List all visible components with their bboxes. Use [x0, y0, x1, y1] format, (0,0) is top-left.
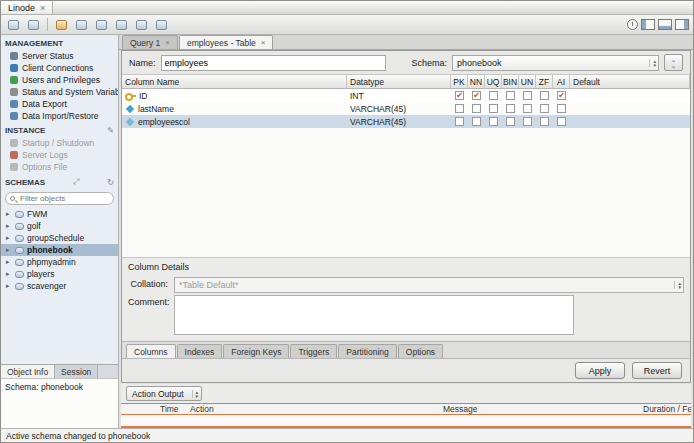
schema-tree-item-fwm[interactable]: ▸ FWM [1, 208, 118, 220]
header-pk[interactable]: PK [451, 75, 468, 88]
schemas-expand-icon[interactable]: ⤢ [73, 177, 79, 187]
sidebar-item-startup-shutdown[interactable]: Startup / Shutdown [1, 137, 118, 149]
sidebar-item-options-file[interactable]: Options File [1, 161, 118, 173]
revert-button[interactable]: Revert [632, 362, 682, 379]
expand-arrow-icon[interactable]: ▸ [6, 282, 12, 290]
collation-select[interactable]: *Table Default* ▴▾ [174, 277, 684, 293]
header-ai[interactable]: AI [553, 75, 570, 88]
bin-checkbox[interactable] [506, 117, 515, 126]
new-query-tab-button[interactable] [5, 17, 22, 32]
refresh-schemas-icon[interactable]: ↻ [107, 178, 114, 187]
close-icon[interactable]: × [40, 3, 45, 13]
tab-options[interactable]: Options [398, 344, 443, 358]
header-nn[interactable]: NN [468, 75, 485, 88]
schema-tree-item-groupschedule[interactable]: ▸ groupSchedule [1, 232, 118, 244]
expand-arrow-icon[interactable]: ▸ [6, 246, 12, 254]
output-header-message[interactable]: Message [440, 404, 640, 414]
close-icon[interactable]: × [165, 38, 170, 47]
ai-checkbox[interactable] [557, 104, 566, 113]
output-type-select[interactable]: Action Output ▴▾ [126, 386, 202, 401]
tab-columns[interactable]: Columns [126, 344, 176, 358]
create-table-button[interactable] [73, 17, 90, 32]
pk-checkbox[interactable] [455, 117, 464, 126]
uq-checkbox[interactable] [489, 117, 498, 126]
bin-checkbox[interactable] [506, 104, 515, 113]
header-default[interactable]: Default [570, 75, 690, 88]
grid-empty-area[interactable] [122, 128, 690, 257]
un-checkbox[interactable] [523, 91, 532, 100]
sidebar-item-server-status[interactable]: Server Status [1, 50, 118, 62]
schema-tree-item-scavenger[interactable]: ▸ scavenger [1, 280, 118, 292]
table-row-selected[interactable]: employeescol VARCHAR(45) [122, 115, 690, 128]
tab-foreign-keys[interactable]: Foreign Keys [223, 344, 289, 358]
sidebar-item-data-import[interactable]: Data Import/Restore [1, 110, 118, 122]
toggle-output-panel-button[interactable] [658, 19, 672, 30]
schema-tree-item-phpmyadmin[interactable]: ▸ phpmyadmin [1, 256, 118, 268]
tab-object-info[interactable]: Object Info [1, 365, 55, 378]
output-empty-area[interactable] [121, 415, 691, 426]
close-icon[interactable]: × [261, 38, 266, 47]
toggle-left-sidebar-button[interactable] [641, 19, 655, 30]
table-row[interactable]: ID INT [122, 89, 690, 102]
tab-session[interactable]: Session [55, 365, 98, 378]
sidebar-item-server-logs[interactable]: Server Logs [1, 149, 118, 161]
pk-checkbox[interactable] [455, 104, 464, 113]
comment-textarea[interactable] [174, 295, 574, 335]
un-checkbox[interactable] [523, 104, 532, 113]
sidebar-item-users-privileges[interactable]: Users and Privileges [1, 74, 118, 86]
header-uq[interactable]: UQ [485, 75, 502, 88]
tab-partitioning[interactable]: Partitioning [338, 344, 397, 358]
pk-checkbox[interactable] [455, 91, 464, 100]
ai-checkbox[interactable] [557, 91, 566, 100]
tab-indexes[interactable]: Indexes [177, 344, 223, 358]
nn-checkbox[interactable] [472, 91, 481, 100]
nn-checkbox[interactable] [472, 104, 481, 113]
expand-arrow-icon[interactable]: ▸ [6, 270, 12, 278]
un-checkbox[interactable] [523, 117, 532, 126]
header-datatype[interactable]: Datatype [347, 75, 451, 88]
tab-query-1[interactable]: Query 1 × [122, 35, 178, 49]
expand-arrow-icon[interactable]: ▸ [6, 234, 12, 242]
expand-arrow-icon[interactable]: ▸ [6, 258, 12, 266]
sidebar-item-status-variables[interactable]: Status and System Variables [1, 86, 118, 98]
open-sql-script-button[interactable] [25, 17, 42, 32]
table-row[interactable]: lastName VARCHAR(45) [122, 102, 690, 115]
connection-tab[interactable]: Linode × [1, 1, 53, 14]
table-name-input[interactable] [161, 55, 387, 71]
apply-button[interactable]: Apply [575, 362, 625, 379]
reconnect-server-button[interactable] [153, 17, 170, 32]
create-view-button[interactable] [93, 17, 110, 32]
schema-tree-item-golf[interactable]: ▸ golf [1, 220, 118, 232]
tab-triggers[interactable]: Triggers [290, 344, 337, 358]
output-header-duration[interactable]: Duration / Fetch [640, 404, 691, 414]
tab-employees-table[interactable]: employees - Table × [179, 35, 274, 49]
table-form-row: Name: Schema: phonebook ▴▾ ⌄ ⌄ [122, 51, 690, 75]
zf-checkbox[interactable] [540, 117, 549, 126]
search-data-button[interactable] [133, 17, 150, 32]
schema-select[interactable]: phonebook ▴▾ [452, 55, 659, 71]
schema-tree-item-phonebook[interactable]: ▸ phonebook [1, 244, 118, 256]
uq-checkbox[interactable] [489, 104, 498, 113]
schema-filter-input[interactable] [18, 193, 109, 204]
expand-arrow-icon[interactable]: ▸ [6, 222, 12, 230]
zf-checkbox[interactable] [540, 104, 549, 113]
ai-checkbox[interactable] [557, 117, 566, 126]
nn-checkbox[interactable] [472, 117, 481, 126]
toggle-right-sidebar-button[interactable] [675, 19, 689, 30]
header-un[interactable]: UN [519, 75, 536, 88]
bin-checkbox[interactable] [506, 91, 515, 100]
sidebar-item-data-export[interactable]: Data Export [1, 98, 118, 110]
header-zf[interactable]: ZF [536, 75, 553, 88]
expand-arrow-icon[interactable]: ▸ [6, 210, 12, 218]
sidebar-item-client-connections[interactable]: Client Connections [1, 62, 118, 74]
schema-tree-item-players[interactable]: ▸ players [1, 268, 118, 280]
header-bin[interactable]: BIN [502, 75, 519, 88]
output-header-action[interactable]: Action [187, 404, 440, 414]
create-schema-button[interactable] [53, 17, 70, 32]
collapse-header-button[interactable]: ⌄ ⌄ [664, 54, 683, 71]
uq-checkbox[interactable] [489, 91, 498, 100]
output-header-time[interactable]: Time [157, 404, 187, 414]
create-procedure-button[interactable] [113, 17, 130, 32]
header-column-name[interactable]: Column Name [122, 75, 347, 88]
zf-checkbox[interactable] [540, 91, 549, 100]
